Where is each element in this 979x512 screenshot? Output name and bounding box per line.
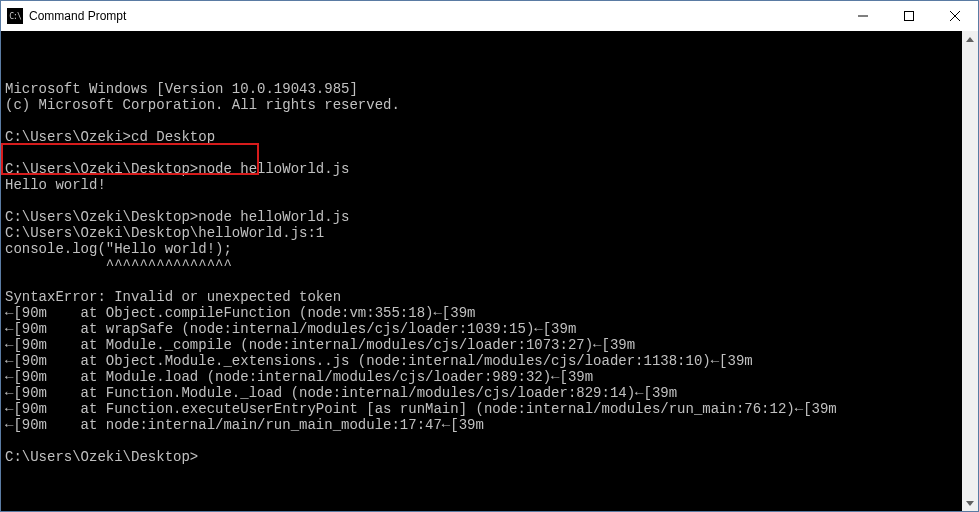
console-line: Microsoft Windows [Version 10.0.19043.98… <box>5 81 958 97</box>
console-line: (c) Microsoft Corporation. All rights re… <box>5 97 958 113</box>
console-line: Hello world! <box>5 177 958 193</box>
console-line <box>5 433 958 449</box>
close-icon <box>950 11 960 21</box>
console-output[interactable]: Microsoft Windows [Version 10.0.19043.98… <box>1 31 962 511</box>
console-line <box>5 193 958 209</box>
scroll-track[interactable] <box>962 47 978 495</box>
titlebar[interactable]: C:\ Command Prompt <box>1 1 978 31</box>
console-line: console.log("Hello world!); <box>5 241 958 257</box>
svg-rect-1 <box>905 12 914 21</box>
console-line: ←[90m at Module._compile (node:internal/… <box>5 337 958 353</box>
console-line: ←[90m at Function.Module._load (node:int… <box>5 385 958 401</box>
console-line: ^^^^^^^^^^^^^^^ <box>5 257 958 273</box>
vertical-scrollbar[interactable] <box>962 31 978 511</box>
cmd-icon: C:\ <box>7 8 23 24</box>
close-button[interactable] <box>932 1 978 31</box>
window-title: Command Prompt <box>29 9 840 23</box>
window-controls <box>840 1 978 31</box>
minimize-icon <box>858 11 868 21</box>
chevron-down-icon <box>966 501 974 506</box>
console-line: ←[90m at Object.compileFunction (node:vm… <box>5 305 958 321</box>
console-line: C:\Users\Ozeki\Desktop>node helloWorld.j… <box>5 209 958 225</box>
console-line: SyntaxError: Invalid or unexpected token <box>5 289 958 305</box>
console-line: C:\Users\Ozeki>cd Desktop <box>5 129 958 145</box>
scroll-down-arrow[interactable] <box>962 495 978 511</box>
console-line: ←[90m at wrapSafe (node:internal/modules… <box>5 321 958 337</box>
console-line: ←[90m at node:internal/main/run_main_mod… <box>5 417 958 433</box>
console-line <box>5 113 958 129</box>
maximize-icon <box>904 11 914 21</box>
chevron-up-icon <box>966 37 974 42</box>
console-line: C:\Users\Ozeki\Desktop>node helloWorld.j… <box>5 161 958 177</box>
console-line: C:\Users\Ozeki\Desktop\helloWorld.js:1 <box>5 225 958 241</box>
maximize-button[interactable] <box>886 1 932 31</box>
console-line <box>5 145 958 161</box>
console-line: C:\Users\Ozeki\Desktop> <box>5 449 958 465</box>
console-wrapper: Microsoft Windows [Version 10.0.19043.98… <box>1 31 978 511</box>
console-line <box>5 273 958 289</box>
console-line: ←[90m at Object.Module._extensions..js (… <box>5 353 958 369</box>
console-line: ←[90m at Module.load (node:internal/modu… <box>5 369 958 385</box>
minimize-button[interactable] <box>840 1 886 31</box>
scroll-up-arrow[interactable] <box>962 31 978 47</box>
console-line: ←[90m at Function.executeUserEntryPoint … <box>5 401 958 417</box>
